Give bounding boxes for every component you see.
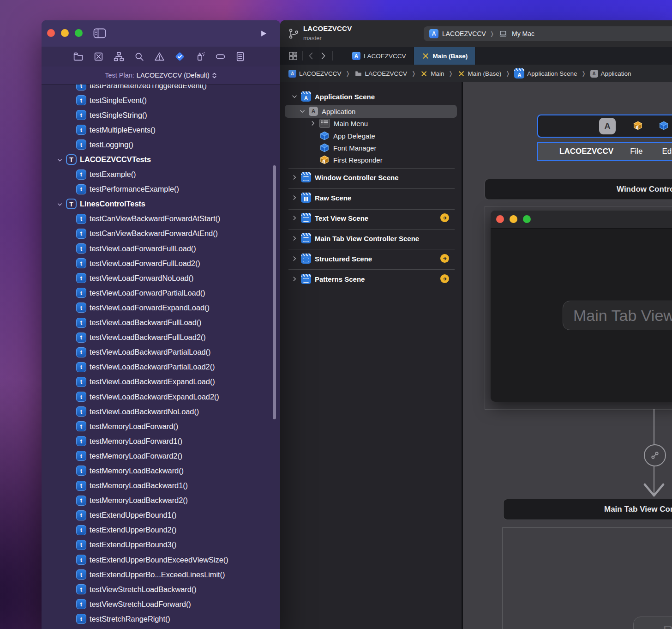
chevron-right-icon[interactable]	[291, 215, 298, 221]
run-tests-play-icon[interactable]	[258, 29, 268, 38]
close-traffic-light[interactable]	[47, 29, 55, 37]
window-controller-scene-header[interactable]: Window Controller	[485, 179, 672, 200]
chevron-right-icon[interactable]	[291, 174, 298, 181]
chevron-down-icon[interactable]	[299, 108, 306, 115]
main-tab-view-placeholder[interactable]: Main Tab View	[563, 301, 672, 330]
test-list[interactable]: ttestParameterizedTriggeredEvent()ttestS…	[42, 85, 280, 629]
test-case-row[interactable]: ttestViewLoadForwardPartialLoad()	[42, 285, 280, 300]
test-case-row[interactable]: ttestViewLoadBackwardPartialLoad()	[42, 345, 280, 360]
test-suite-row[interactable]: TLinesControlTests	[42, 197, 280, 212]
sidebar-toggle-icon[interactable]	[93, 28, 106, 38]
outline-row-window-controller-scene[interactable]: Window Controller Scene	[280, 171, 462, 183]
symbol-navigator-tab[interactable]	[113, 51, 125, 62]
minimize-traffic-light[interactable]	[510, 215, 517, 223]
menu-item-file[interactable]: File	[630, 147, 642, 156]
editor-tab-lacoezvccv[interactable]: ALACOEZVCCV	[345, 47, 414, 65]
unwind-arrow-badge[interactable]	[440, 254, 449, 263]
storyboard-window[interactable]: Main Tab View	[491, 211, 672, 402]
chevron-right-icon[interactable]	[310, 120, 316, 127]
jump-bar-item[interactable]: AApplication	[590, 70, 631, 78]
application-object-icon[interactable]: A	[599, 118, 616, 134]
test-case-row[interactable]: ttestExtendUpperBound1()	[42, 508, 280, 523]
tab-view-controller-scene-header[interactable]: Main Tab View Controller	[503, 499, 672, 520]
test-case-row[interactable]: ttestViewLoadBackwardFullLoad2()	[42, 330, 280, 345]
test-plan-stepper-icon[interactable]	[212, 72, 217, 79]
test-case-row[interactable]: ttestMemoryLoadBackward2()	[42, 493, 280, 508]
debug-navigator-tab[interactable]	[194, 51, 206, 62]
test-case-row[interactable]: ttestMemoryLoadBackward1()	[42, 478, 280, 493]
application-scene-dock[interactable]: A 1	[537, 115, 672, 138]
test-case-row[interactable]: ttestViewLoadForwardFullLoad2()	[42, 256, 280, 271]
report-navigator-tab[interactable]	[234, 51, 246, 62]
main-menu-bar[interactable]: LACOEZVCCV FileEdit	[537, 142, 672, 161]
menu-items[interactable]: FileEdit	[630, 147, 672, 156]
scheme-target[interactable]: LACOEZVCCV	[442, 30, 486, 37]
outline-row-patterns-scene[interactable]: Patterns Scene	[280, 273, 462, 285]
outline-row-main-menu[interactable]: Main Menu	[280, 117, 462, 129]
test-case-row[interactable]: ttestMemoryLoadForward1()	[42, 434, 280, 448]
test-case-row[interactable]: ttestLogging()	[42, 137, 280, 152]
test-case-row[interactable]: ttestViewLoadBackwardPartialLoad2()	[42, 360, 280, 375]
outline-row-app-delegate[interactable]: App Delegate	[280, 130, 462, 142]
tab-view-controller-scene-frame[interactable]: Raw	[502, 527, 672, 629]
interface-builder-canvas[interactable]: A 1 LACOEZVCCV FileEdit Window Controlle…	[463, 82, 672, 629]
outline-row-application-scene[interactable]: AApplication Scene	[280, 91, 462, 103]
jump-bar-item[interactable]: Main (Base)	[457, 70, 502, 78]
test-case-row[interactable]: ttestSingleString()	[42, 108, 280, 122]
test-case-row[interactable]: ttestCanViewBackwardForwardAtEnd()	[42, 226, 280, 241]
forward-icon[interactable]	[318, 50, 329, 61]
test-case-row[interactable]: ttestStretchRangeRight()	[42, 611, 280, 626]
back-icon[interactable]	[306, 50, 317, 61]
breakpoint-navigator-tab[interactable]	[215, 51, 226, 62]
app-delegate-cube-icon[interactable]	[659, 121, 669, 131]
outline-row-text-view-scene[interactable]: Text View Scene	[280, 212, 462, 224]
test-case-row[interactable]: ttestMultipleEvents()	[42, 122, 280, 137]
unwind-arrow-badge[interactable]	[440, 213, 449, 222]
unwind-arrow-badge[interactable]	[440, 274, 449, 283]
jump-bar-item[interactable]: Main	[420, 70, 444, 78]
test-case-row[interactable]: ttestExtendUpperBoundExceedViewSize()	[42, 552, 280, 567]
test-case-row[interactable]: ttestViewLoadBackwardExpandLoad2()	[42, 389, 280, 404]
zoom-traffic-light[interactable]	[523, 215, 531, 223]
menu-app-title[interactable]: LACOEZVCCV	[559, 147, 613, 156]
test-case-row[interactable]: ttestMemoryLoadBackward()	[42, 463, 280, 478]
editor-tab-main-base-[interactable]: Main (Base)	[414, 47, 476, 65]
test-navigator-tab[interactable]	[174, 51, 186, 62]
outline-row-raw-scene[interactable]: Raw Scene	[280, 192, 462, 204]
first-responder-cube-icon[interactable]: 1	[633, 121, 643, 131]
test-case-row[interactable]: ttestExample()	[42, 167, 280, 182]
outline-row-first-responder[interactable]: 1First Responder	[280, 154, 462, 166]
test-case-row[interactable]: ttestExtendUpperBo...ExceedLinesLimit()	[42, 567, 280, 582]
test-suite-row[interactable]: TLACOEZVCCVTests	[42, 152, 280, 167]
segue-link-icon[interactable]	[644, 444, 666, 466]
find-navigator-tab[interactable]	[133, 51, 145, 62]
test-plan-bar[interactable]: Test Plan: LACOEZVCCV (Default)	[42, 67, 280, 85]
jump-bar-item[interactable]: ALACOEZVCCV	[288, 70, 342, 78]
test-case-row[interactable]: ttestMemoryLoadForward2()	[42, 448, 280, 463]
scheme-selector[interactable]: A LACOEZVCCV ❭ My Mac	[424, 26, 672, 41]
menu-item-edit[interactable]: Edit	[662, 147, 672, 156]
close-traffic-light[interactable]	[496, 215, 504, 223]
test-case-row[interactable]: ttestStretchRangeLeftOffset()	[42, 626, 280, 629]
test-case-row[interactable]: ttestViewLoadBackwardExpandLoad()	[42, 375, 280, 389]
test-case-row[interactable]: ttestCanViewBackwardForwardAtStart()	[42, 212, 280, 226]
project-navigator-tab[interactable]	[72, 51, 84, 62]
tab-item-placeholder[interactable]: Raw	[633, 617, 672, 629]
window-controller-scene-frame[interactable]: Main Tab View	[485, 206, 672, 410]
run-destination[interactable]: My Mac	[512, 30, 534, 37]
test-case-row[interactable]: ttestMemoryLoadForward()	[42, 419, 280, 434]
test-case-row[interactable]: ttestExtendUpperBound3()	[42, 538, 280, 552]
jump-bar-item[interactable]: AApplication Scene	[514, 68, 577, 79]
chevron-right-icon[interactable]	[291, 276, 298, 282]
test-case-row[interactable]: ttestParameterizedTriggeredEvent()	[42, 85, 280, 93]
test-case-row[interactable]: ttestPerformanceExample()	[42, 182, 280, 197]
test-case-row[interactable]: ttestViewLoadForwardFullLoad()	[42, 241, 280, 256]
outline-row-structured-scene[interactable]: Structured Scene	[280, 253, 462, 265]
issue-navigator-tab[interactable]	[154, 51, 165, 62]
source-control-navigator-tab[interactable]	[93, 51, 104, 62]
outline-row-main-tab-view-controller-scene[interactable]: Main Tab View Controller Scene	[280, 232, 462, 244]
test-plan-value[interactable]: LACOEZVCCV (Default)	[137, 72, 210, 79]
zoom-traffic-light[interactable]	[75, 29, 83, 37]
chevron-right-icon[interactable]	[291, 255, 298, 262]
chevron-down-icon[interactable]	[57, 201, 63, 207]
